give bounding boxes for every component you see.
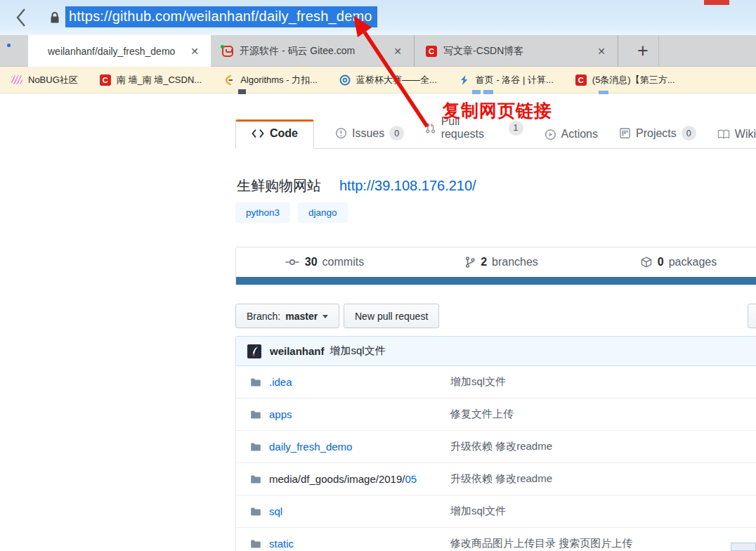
back-button[interactable]	[11, 6, 32, 29]
wiki-book-icon	[717, 129, 730, 140]
topic-django[interactable]: django	[298, 202, 348, 223]
branch-name: master	[285, 311, 318, 322]
topics-row: python3 django	[235, 202, 348, 223]
folder-icon	[250, 506, 261, 517]
bookmark-label: Algorithms - 力扣...	[240, 74, 318, 86]
branch-selector-button[interactable]: Branch: master	[235, 304, 339, 328]
nav-label: Code	[270, 127, 298, 140]
clipped-link-fragment	[599, 91, 608, 94]
bookmark-leetcode[interactable]: Algorithms - 力扣...	[223, 74, 318, 86]
file-link[interactable]: .idea	[269, 376, 292, 388]
tab-wiki[interactable]: Wiki	[717, 128, 756, 149]
tab-actions[interactable]: Actions	[545, 128, 598, 149]
file-commit-message[interactable]: 增加sql文件	[450, 375, 506, 389]
bookmark-nobug[interactable]: NoBUG社区	[11, 74, 78, 86]
file-link[interactable]: 05	[405, 473, 417, 485]
file-link[interactable]: sql	[269, 505, 282, 517]
tab-gitee[interactable]: 开源软件 - 码云 Gitee.com ✕	[211, 35, 415, 67]
topic-python3[interactable]: python3	[235, 202, 290, 223]
file-commit-message[interactable]: 升级依赖 修改readme	[450, 472, 552, 486]
tab-code[interactable]: Code	[235, 119, 314, 149]
lanqiao-icon	[339, 74, 351, 86]
table-row: media/df_goods/image/2019/ 05 升级依赖 修改rea…	[236, 463, 756, 495]
branch-icon	[465, 257, 475, 268]
language-bar-python	[236, 277, 756, 285]
folder-icon	[250, 474, 261, 485]
clipped-right-button[interactable]	[748, 304, 756, 328]
table-row: static 修改商品图片上传目录 搜索页图片上传	[236, 528, 756, 551]
tab-title: 写文章-CSDN博客	[443, 45, 588, 58]
tab-pull-requests[interactable]: Pull requests 1	[425, 115, 523, 149]
tab-github-active[interactable]: weilanhanf/daily_fresh_demo ✕	[28, 35, 211, 67]
tab-csdn[interactable]: C 写文章-CSDN博客 ✕	[415, 35, 618, 67]
packages-label: packages	[669, 256, 717, 268]
bookmark-csdn-messages[interactable]: C (5条消息)【第三方...	[575, 74, 675, 86]
tab-issues[interactable]: Issues 0	[335, 126, 404, 149]
repo-stats-box: 30 commits 2 branches 0 packages	[235, 247, 756, 285]
tab-close-icon[interactable]: ✕	[389, 42, 407, 60]
issue-icon	[335, 127, 347, 139]
branches-stat[interactable]: 2 branches	[413, 256, 590, 268]
package-icon	[641, 257, 652, 268]
file-commit-message[interactable]: 增加sql文件	[450, 505, 506, 518]
new-tab-button[interactable]: +	[627, 35, 659, 67]
file-commit-message[interactable]: 升级依赖 修改readme	[450, 440, 552, 453]
new-pull-request-button[interactable]: New pull request	[344, 304, 439, 328]
clipped-link-fragment	[472, 90, 481, 94]
tab-close-icon[interactable]: ✕	[592, 42, 611, 60]
bookmark-lanqiao[interactable]: 蓝桥杯大赛——全...	[339, 74, 437, 86]
repo-website-link[interactable]: http://39.108.176.210/	[339, 178, 476, 194]
commit-message-link[interactable]: 增加sql文件	[330, 344, 386, 358]
nav-label: Wiki	[735, 128, 756, 141]
folder-icon	[250, 538, 261, 550]
tab-title: weilanhanf/daily_fresh_demo	[48, 46, 181, 57]
file-link[interactable]: apps	[269, 408, 292, 420]
avatar[interactable]	[247, 344, 261, 358]
nav-label: Projects	[636, 127, 677, 140]
clipped-title-fragment	[238, 89, 246, 94]
projects-count-badge: 0	[682, 126, 696, 141]
branches-label: branches	[492, 256, 538, 268]
packages-count: 0	[658, 256, 664, 268]
url-input[interactable]: https://github.com/weilanhanf/daily_fres…	[65, 6, 377, 27]
green-dot-icon	[221, 45, 224, 48]
pr-count-badge: 1	[509, 121, 523, 136]
commits-stat[interactable]: 30 commits	[236, 256, 413, 268]
new-pr-label: New pull request	[355, 311, 428, 322]
bookmark-luogu[interactable]: 首页 - 洛谷 | 计算...	[459, 74, 554, 86]
packages-stat[interactable]: 0 packages	[590, 256, 756, 268]
clipped-red-fragment	[704, 0, 729, 5]
actions-icon	[545, 129, 556, 141]
leetcode-icon	[223, 74, 235, 86]
bookmark-nanqiang-csdn[interactable]: C 南 墙_南 墙_CSDN...	[100, 74, 202, 86]
chevron-down-icon	[322, 315, 328, 318]
tab-title: 开源软件 - 码云 Gitee.com	[240, 45, 384, 58]
folder-icon	[250, 409, 261, 420]
code-icon	[252, 129, 264, 138]
clipped-status-fragment	[731, 543, 756, 551]
tab-close-icon[interactable]: ✕	[185, 42, 204, 60]
address-bar: https://github.com/weilanhanf/daily_fres…	[0, 0, 756, 35]
tab-projects[interactable]: Projects 0	[619, 126, 696, 149]
table-row: sql 增加sql文件	[236, 495, 756, 528]
file-commit-message[interactable]: 修复文件上传	[450, 408, 514, 421]
luogu-icon	[459, 74, 470, 86]
branches-count: 2	[481, 256, 487, 268]
commit-icon	[285, 257, 299, 267]
url-text: https://github.com/weilanhanf/daily_fres…	[69, 8, 372, 25]
lock-glyph	[49, 11, 60, 25]
commit-author-link[interactable]: weilanhanf	[270, 345, 325, 357]
file-commit-message[interactable]: 修改商品图片上传目录 搜索页图片上传	[450, 537, 632, 550]
nav-label: Actions	[561, 128, 598, 141]
csdn-icon: C	[100, 74, 111, 86]
lock-icon[interactable]	[49, 11, 60, 25]
file-link[interactable]: daily_fresh_demo	[269, 441, 352, 453]
table-row: daily_fresh_demo 升级依赖 修改readme	[236, 431, 756, 463]
bookmark-label: (5条消息)【第三方...	[592, 74, 675, 86]
table-row: apps 修复文件上传	[236, 398, 756, 431]
avatar-quill	[247, 344, 261, 358]
file-path-prefix: media/df_goods/image/2019/	[269, 473, 405, 485]
folder-icon	[250, 441, 261, 453]
file-link[interactable]: static	[269, 538, 294, 550]
repo-description: 生鲜购物网站	[237, 176, 321, 195]
